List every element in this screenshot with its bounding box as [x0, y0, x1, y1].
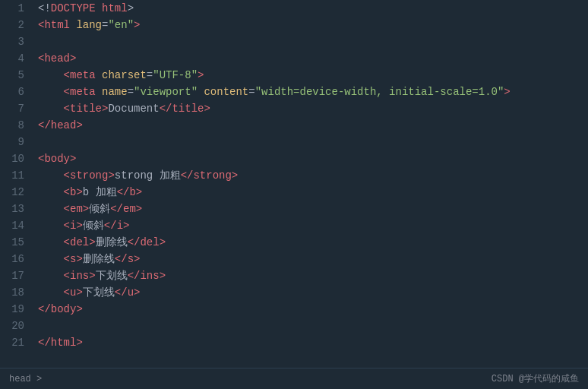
token-punct: =	[147, 67, 153, 84]
line-number: 15	[0, 234, 24, 251]
line-number: 12	[0, 184, 24, 201]
watermark: CSDN @学代码的咸鱼	[492, 372, 579, 385]
token-tag: <strong>	[64, 167, 115, 184]
code-line: <html lang="en">	[38, 17, 588, 33]
code-line: <s>删除线</s>	[38, 251, 588, 267]
token-tag: </s>	[115, 251, 141, 267]
token-punct: =	[248, 84, 254, 100]
token-indent	[38, 67, 64, 84]
token-attr-value: "en"	[108, 17, 134, 33]
line-number: 19	[0, 301, 24, 318]
breadcrumb: head >	[9, 374, 42, 384]
line-number: 11	[0, 167, 24, 184]
token-text: Document	[108, 100, 159, 117]
token-punct: =	[128, 84, 134, 100]
token-attr-name: charset	[96, 67, 147, 84]
token-tag: <em>	[64, 201, 90, 217]
code-line: <b>b 加粗</b>	[38, 184, 588, 201]
token-tag: <head>	[38, 50, 76, 67]
code-line: <ins>下划线</ins>	[38, 267, 588, 284]
token-indent	[38, 251, 64, 267]
token-tag: <del>	[64, 234, 96, 251]
token-tag: </u>	[115, 284, 141, 301]
line-number: 3	[0, 33, 24, 50]
code-content: <!DOCTYPE html><html lang="en"> <head> <…	[32, 0, 588, 368]
code-area: 123456789101112131415161718192021 <!DOCT…	[0, 0, 588, 368]
code-line: <meta name="viewport" content="width=dev…	[38, 84, 588, 100]
breadcrumb-text: head >	[9, 374, 42, 384]
token-attr-value: "viewport"	[134, 84, 198, 100]
token-indent	[38, 84, 64, 100]
code-line: <head>	[38, 50, 588, 67]
token-indent	[38, 267, 64, 284]
token-attr-name: name	[96, 84, 128, 100]
token-tag: </title>	[160, 100, 210, 117]
token-tag: </em>	[110, 201, 142, 217]
token-attr-value: "width=device-width, initial-scale=1.0"	[255, 84, 504, 100]
token-text: 下划线	[96, 267, 128, 284]
token-text: 下划线	[83, 284, 115, 301]
status-bar: head > CSDN @学代码的咸鱼	[0, 368, 588, 389]
token-text: 删除线	[83, 251, 115, 267]
token-punct: =	[102, 17, 108, 33]
token-text: strong 加粗	[115, 167, 181, 184]
token-indent	[38, 217, 64, 234]
code-line: <u>下划线</u>	[38, 284, 588, 301]
token-text: 倾斜	[89, 201, 110, 217]
token-tag: <u>	[64, 284, 83, 301]
token-text: b 加粗	[83, 184, 117, 201]
token-tag: </html>	[38, 334, 83, 351]
token-tag: </b>	[117, 184, 143, 201]
line-number: 13	[0, 201, 24, 217]
line-number: 21	[0, 334, 24, 351]
token-indent	[38, 284, 64, 301]
token-tag: <title>	[64, 100, 109, 117]
line-number: 1	[0, 0, 24, 17]
token-tag: </head>	[38, 117, 83, 134]
line-number: 5	[0, 67, 24, 84]
token-attr-name: content	[198, 84, 248, 100]
token-tag: </ins>	[128, 267, 166, 284]
token-tag: <i>	[64, 217, 83, 234]
code-line: </head>	[38, 117, 588, 134]
line-number: 8	[0, 117, 24, 134]
line-number: 2	[0, 17, 24, 33]
token-tag: <ins>	[64, 267, 96, 284]
token-tag: <body>	[38, 150, 76, 167]
line-number: 17	[0, 267, 24, 284]
token-indent	[38, 234, 64, 251]
token-tag: </body>	[38, 301, 83, 318]
token-indent	[38, 184, 64, 201]
line-number: 9	[0, 134, 24, 150]
token-doctype: DOCTYPE html	[51, 0, 128, 17]
line-number: 4	[0, 50, 24, 67]
watermark-text: CSDN @学代码的咸鱼	[492, 374, 579, 384]
code-line: <body>	[38, 150, 588, 167]
token-attr-value: "UTF-8"	[153, 67, 198, 84]
code-line: <!DOCTYPE html>	[38, 0, 588, 17]
line-number: 7	[0, 100, 24, 117]
token-tag: >	[134, 17, 140, 33]
token-tag: >	[504, 84, 510, 100]
token-indent	[38, 201, 64, 217]
token-tag: </i>	[104, 217, 130, 234]
token-tag: <meta	[64, 67, 96, 84]
code-line	[38, 318, 588, 334]
code-line: <title>Document</title>	[38, 100, 588, 117]
code-line: <i>倾斜</i>	[38, 217, 588, 234]
token-text: 倾斜	[83, 217, 104, 234]
code-line: <del>删除线</del>	[38, 234, 588, 251]
code-editor: 123456789101112131415161718192021 <!DOCT…	[0, 0, 588, 389]
line-number: 18	[0, 284, 24, 301]
token-tag: <s>	[64, 251, 83, 267]
token-tag: <meta	[64, 84, 96, 100]
code-line: </html>	[38, 334, 588, 351]
line-numbers: 123456789101112131415161718192021	[0, 0, 32, 368]
token-attr-name: lang	[70, 17, 102, 33]
line-number: 20	[0, 318, 24, 334]
token-tag: </del>	[128, 234, 166, 251]
code-line: </body>	[38, 301, 588, 318]
token-punct: <!	[38, 0, 51, 17]
line-number: 16	[0, 251, 24, 267]
token-tag: >	[198, 67, 204, 84]
